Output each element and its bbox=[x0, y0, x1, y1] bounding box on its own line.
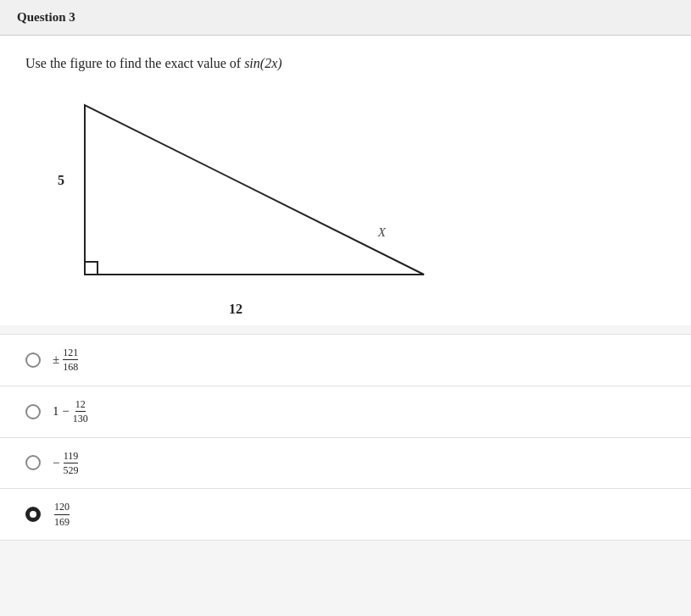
question-text-prefix: Use the figure to find the exact value o… bbox=[25, 56, 244, 70]
answer-option-d[interactable]: 120 169 bbox=[0, 488, 691, 541]
answer-c-fraction: 119 529 bbox=[63, 450, 78, 477]
answer-d-numerator: 120 bbox=[54, 501, 70, 514]
triangle-svg bbox=[42, 88, 483, 317]
answer-b-numerator: 12 bbox=[75, 398, 86, 412]
answer-option-c[interactable]: − 119 529 bbox=[0, 437, 691, 489]
radio-d[interactable] bbox=[25, 507, 41, 522]
answer-c-denominator: 529 bbox=[63, 463, 78, 476]
side-horizontal-label: 12 bbox=[229, 302, 242, 317]
answer-b-fraction: 12 130 bbox=[73, 398, 88, 425]
answer-c-prefix: − bbox=[53, 456, 59, 470]
math-expression: sin(2x) bbox=[244, 56, 281, 70]
svg-marker-0 bbox=[85, 105, 424, 275]
answer-text-b: 1 − 12 130 bbox=[53, 398, 90, 425]
question-body: Use the figure to find the exact value o… bbox=[0, 36, 691, 325]
answer-text-a: ± 121 168 bbox=[53, 347, 80, 374]
question-text: Use the figure to find the exact value o… bbox=[25, 56, 666, 71]
answer-b-denominator: 130 bbox=[73, 412, 88, 425]
radio-b[interactable] bbox=[25, 404, 41, 419]
answer-text-d: 120 169 bbox=[53, 501, 71, 528]
radio-c[interactable] bbox=[25, 455, 41, 470]
answer-option-b[interactable]: 1 − 12 130 bbox=[0, 386, 691, 437]
answer-c-numerator: 119 bbox=[64, 450, 79, 463]
answer-a-fraction: 121 168 bbox=[63, 347, 78, 374]
answer-b-prefix: 1 − bbox=[53, 404, 70, 419]
radio-a[interactable] bbox=[25, 352, 41, 368]
answer-option-a[interactable]: ± 121 168 bbox=[0, 334, 691, 386]
question-header: Question 3 bbox=[0, 0, 691, 36]
angle-label: X bbox=[378, 225, 386, 240]
answer-a-prefix: ± bbox=[53, 352, 59, 367]
triangle-figure: 5 12 X bbox=[42, 88, 483, 325]
answer-text-c: − 119 529 bbox=[53, 450, 80, 477]
answer-a-denominator: 168 bbox=[63, 360, 78, 373]
answers-section: ± 121 168 1 − 12 130 − 119 529 bbox=[0, 334, 691, 541]
question-title: Question 3 bbox=[17, 10, 75, 24]
answer-d-fraction: 120 169 bbox=[54, 501, 70, 528]
side-vertical-label: 5 bbox=[58, 173, 64, 188]
answer-d-denominator: 169 bbox=[54, 515, 70, 528]
answer-a-numerator: 121 bbox=[63, 347, 78, 360]
